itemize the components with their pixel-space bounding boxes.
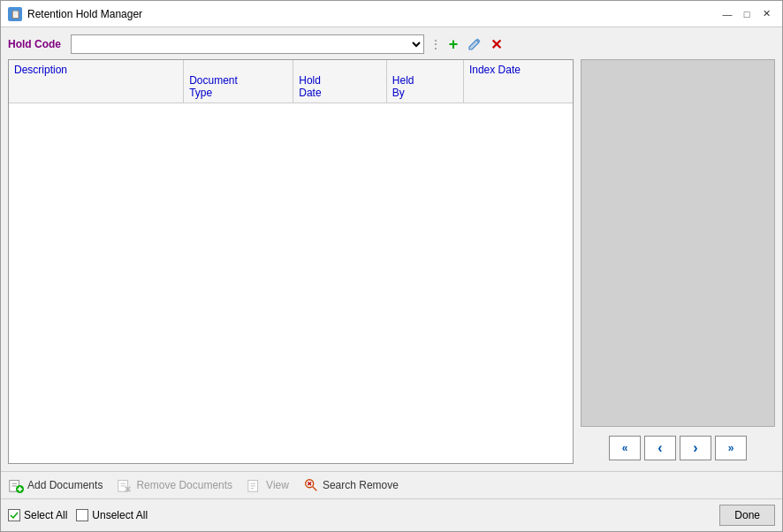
preview-panel: « ‹ › »	[581, 59, 775, 464]
add-button[interactable]: +	[444, 34, 463, 54]
unselect-all-button[interactable]: Unselect All	[76, 509, 148, 521]
search-remove-icon	[303, 477, 319, 493]
col-header-document-type: Document Type	[184, 60, 293, 103]
remove-documents-label: Remove Documents	[136, 479, 232, 491]
select-all-button[interactable]: Select All	[8, 509, 67, 521]
main-layout: Description Document Type Hold Date Held…	[8, 59, 775, 464]
hold-code-label: Hold Code	[8, 38, 65, 50]
doc-list-body[interactable]	[9, 103, 573, 463]
content-area: Hold Code ⋮ + ✕	[1, 27, 782, 471]
window-title: Retention Hold Manager	[27, 8, 142, 20]
title-bar: 📋 Retention Hold Manager — □ ✕	[1, 1, 782, 27]
title-bar-controls: — □ ✕	[718, 5, 775, 23]
view-action[interactable]: View	[247, 477, 289, 493]
view-icon	[247, 477, 262, 493]
add-documents-action[interactable]: Add Documents	[8, 477, 103, 493]
add-documents-label: Add Documents	[27, 479, 103, 491]
col-header-hold-date: Hold Date	[293, 60, 387, 103]
footer-bar: Select All Unselect All Done	[1, 498, 782, 531]
close-button[interactable]: ✕	[757, 5, 775, 23]
unselect-all-label: Unselect All	[92, 509, 148, 521]
add-documents-icon	[8, 477, 24, 493]
search-remove-label: Search Remove	[323, 479, 399, 491]
unselect-all-checkbox[interactable]	[76, 509, 88, 521]
preview-image	[581, 59, 775, 427]
remove-documents-action[interactable]: Remove Documents	[117, 477, 232, 493]
main-window: 📋 Retention Hold Manager — □ ✕ Hold Code…	[0, 0, 783, 532]
svg-line-16	[313, 487, 317, 491]
minimize-button[interactable]: —	[718, 5, 736, 23]
window-icon: 📋	[8, 7, 22, 21]
nav-last-button[interactable]: »	[715, 436, 747, 460]
edit-button[interactable]	[465, 34, 484, 54]
delete-button[interactable]: ✕	[486, 34, 506, 54]
hold-code-combo-wrap	[71, 34, 424, 54]
col-header-index-date: Index Date	[464, 60, 573, 103]
nav-buttons: « ‹ › »	[581, 432, 775, 464]
select-all-checkbox[interactable]	[8, 509, 20, 521]
search-remove-action[interactable]: Search Remove	[303, 477, 399, 493]
view-label: View	[266, 479, 289, 491]
doc-list-header: Description Document Type Hold Date Held…	[9, 60, 573, 103]
bottom-toolbar: Add Documents Remove Documents	[1, 471, 782, 498]
title-bar-left: 📋 Retention Hold Manager	[8, 7, 142, 21]
grip-icon: ⋮	[430, 37, 442, 51]
hold-code-row: Hold Code ⋮ + ✕	[8, 34, 775, 54]
nav-first-button[interactable]: «	[609, 436, 641, 460]
nav-next-button[interactable]: ›	[680, 436, 711, 460]
col-header-description: Description	[9, 60, 184, 103]
done-button[interactable]: Done	[719, 505, 775, 526]
hold-code-select[interactable]	[71, 34, 424, 54]
remove-documents-icon	[117, 477, 133, 493]
select-all-label: Select All	[24, 509, 67, 521]
nav-prev-button[interactable]: ‹	[644, 436, 676, 460]
footer-left: Select All Unselect All	[8, 509, 148, 521]
maximize-button[interactable]: □	[738, 5, 756, 23]
doc-list-panel: Description Document Type Hold Date Held…	[8, 59, 574, 464]
toolbar-icons: ⋮ + ✕	[430, 34, 506, 54]
col-header-held-by: Held By	[387, 60, 464, 103]
